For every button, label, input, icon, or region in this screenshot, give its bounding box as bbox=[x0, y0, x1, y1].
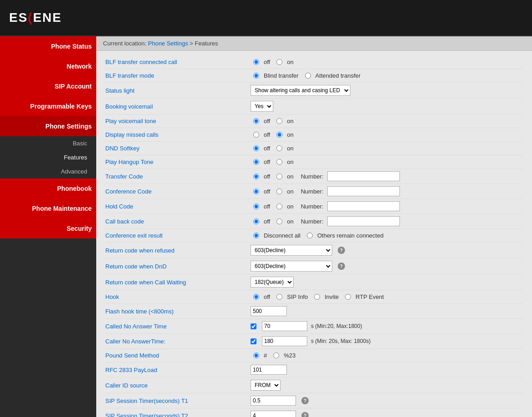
radio-blind-transfer[interactable] bbox=[253, 73, 259, 79]
controls-play-voicemail-tone: off on bbox=[251, 118, 294, 124]
radio-hold-off[interactable] bbox=[253, 204, 259, 209]
radio-conference-on[interactable] bbox=[276, 189, 282, 194]
controls-return-dnd: 603(Decline) ? bbox=[251, 261, 345, 272]
sidebar-item-sip-account[interactable]: SIP Account bbox=[0, 76, 96, 96]
radio-pound-hash[interactable] bbox=[253, 352, 259, 358]
radio-missed-on[interactable] bbox=[276, 132, 282, 138]
sidebar-item-phone-status[interactable]: Phone Status bbox=[0, 36, 96, 56]
controls-hook: off SIP Info Invite RTP Event bbox=[251, 293, 384, 300]
label-sip-t2: SIP Session Timer(seconds) T2 bbox=[105, 412, 251, 417]
help-sip-t2[interactable]: ? bbox=[301, 412, 309, 417]
sidebar-item-phone-maintenance[interactable]: Phone Maintenance bbox=[0, 199, 96, 218]
radio-pound-percent23[interactable] bbox=[273, 352, 279, 358]
controls-blf-transfer-connected: off on bbox=[251, 59, 294, 65]
breadcrumb-link-phone-settings[interactable]: Phone Settings bbox=[148, 40, 188, 47]
radio-hook-sipinfo[interactable] bbox=[276, 294, 282, 300]
controls-booking-voicemail: Yes bbox=[251, 101, 273, 112]
select-return-dnd[interactable]: 603(Decline) bbox=[251, 261, 332, 272]
controls-hold-code: off on Number: bbox=[251, 201, 400, 211]
breadcrumb: Current location: Phone Settings > Featu… bbox=[96, 36, 532, 51]
checkbox-called-no-answer[interactable] bbox=[251, 323, 256, 329]
sidebar-item-programmable-keys[interactable]: Programmable Keys bbox=[0, 96, 96, 116]
label-play-voicemail-tone: Play voicemail tone bbox=[105, 118, 251, 124]
form-area: BLF transfer connected call off on BLF t… bbox=[96, 51, 532, 417]
input-conference-code-number[interactable] bbox=[327, 186, 400, 196]
radio-dnd-off[interactable] bbox=[253, 145, 259, 151]
input-hold-code-number[interactable] bbox=[327, 201, 400, 211]
select-status-light[interactable]: Show altering calls and casing LED bbox=[251, 85, 350, 96]
radio-blf-connected-off[interactable] bbox=[253, 59, 259, 65]
help-return-refused[interactable]: ? bbox=[338, 247, 345, 254]
radio-voicemail-on[interactable] bbox=[276, 118, 282, 124]
radio-transfer-off[interactable] bbox=[253, 174, 259, 179]
controls-status-light: Show altering calls and casing LED bbox=[251, 85, 350, 96]
radio-label-attended: Attended transfer bbox=[315, 72, 361, 79]
radio-others-remain[interactable] bbox=[307, 233, 313, 238]
header: ES(ENE bbox=[0, 0, 532, 36]
radio-attended-transfer[interactable] bbox=[305, 73, 311, 79]
sidebar-item-advanced[interactable]: Advanced bbox=[0, 164, 96, 179]
content-area: Current location: Phone Settings > Featu… bbox=[96, 36, 532, 417]
radio-hook-off[interactable] bbox=[253, 294, 259, 300]
label-rfc2833: RFC 2833 PayLoad bbox=[105, 367, 251, 373]
sidebar-item-security[interactable]: Security bbox=[0, 218, 96, 238]
checkbox-caller-no-answer[interactable] bbox=[251, 338, 256, 344]
input-sip-t1[interactable] bbox=[251, 396, 296, 406]
sidebar-item-phone-settings[interactable]: Phone Settings bbox=[0, 116, 96, 136]
input-rfc2833[interactable] bbox=[251, 365, 287, 375]
label-dnd-softkey: DND Softkey bbox=[105, 145, 251, 152]
radio-blf-connected-on[interactable] bbox=[276, 59, 282, 65]
radio-callback-on[interactable] bbox=[276, 218, 282, 224]
radio-voicemail-off[interactable] bbox=[253, 118, 259, 124]
sidebar-item-basic[interactable]: Basic bbox=[0, 136, 96, 150]
radio-label-on1: on bbox=[287, 59, 293, 65]
radio-disconnect-all[interactable] bbox=[253, 233, 259, 238]
row-blf-transfer-mode: BLF transfer mode Blind transfer Attende… bbox=[105, 69, 523, 83]
select-return-call-waiting[interactable]: 182(Queue) bbox=[251, 277, 294, 288]
row-hold-code: Hold Code off on Number: bbox=[105, 199, 523, 214]
sidebar-item-phonebook[interactable]: Phonebook bbox=[0, 179, 96, 199]
radio-callback-off[interactable] bbox=[253, 218, 259, 224]
label-return-dnd: Return code when DnD bbox=[105, 263, 251, 270]
sidebar-item-network[interactable]: Network bbox=[0, 56, 96, 76]
label-call-back-code: Call back code bbox=[105, 218, 251, 225]
label-pound-send: Pound Send Method bbox=[105, 352, 251, 359]
radio-transfer-on[interactable] bbox=[276, 174, 282, 179]
help-sip-t1[interactable]: ? bbox=[301, 397, 309, 404]
label-caller-id-source: Caller ID source bbox=[105, 382, 251, 389]
radio-hook-invite[interactable] bbox=[314, 294, 320, 300]
row-play-voicemail-tone: Play voicemail tone off on bbox=[105, 114, 523, 128]
row-play-hangup-tone: Play Hangup Tone off on bbox=[105, 155, 523, 169]
controls-pound-send: # %23 bbox=[251, 352, 296, 359]
row-display-missed-calls: Display missed calls off on bbox=[105, 128, 523, 142]
radio-hangup-off[interactable] bbox=[253, 159, 259, 165]
sidebar-item-features[interactable]: Features bbox=[0, 150, 96, 164]
label-blf-transfer-mode: BLF transfer mode bbox=[105, 72, 251, 79]
radio-label-blind: Blind transfer bbox=[264, 72, 299, 79]
label-hook: Hook bbox=[105, 293, 251, 300]
input-flash-hook-time[interactable] bbox=[251, 306, 287, 316]
radio-dnd-on[interactable] bbox=[276, 145, 282, 151]
label-return-refused: Return code when refused bbox=[105, 247, 251, 254]
input-transfer-code-number[interactable] bbox=[327, 171, 400, 181]
help-return-dnd[interactable]: ? bbox=[338, 263, 345, 270]
select-booking-voicemail[interactable]: Yes bbox=[251, 101, 273, 112]
input-sip-t2[interactable] bbox=[251, 411, 296, 417]
row-status-light: Status light Show altering calls and cas… bbox=[105, 83, 523, 99]
radio-hold-on[interactable] bbox=[276, 204, 282, 209]
radio-missed-off[interactable] bbox=[253, 132, 259, 138]
row-dnd-softkey: DND Softkey off on bbox=[105, 142, 523, 155]
input-caller-no-answer[interactable] bbox=[262, 336, 307, 346]
row-flash-hook-time: Flash hook time (<800ms) bbox=[105, 304, 523, 319]
input-callback-code-number[interactable] bbox=[327, 216, 400, 226]
select-caller-id-source[interactable]: FROM bbox=[251, 380, 281, 391]
label-transfer-code: Transfer Code bbox=[105, 173, 251, 180]
controls-dnd-softkey: off on bbox=[251, 145, 294, 152]
radio-hook-rtpevent[interactable] bbox=[345, 294, 351, 300]
select-return-refused[interactable]: 603(Decline) bbox=[251, 245, 332, 256]
row-sip-t1: SIP Session Timer(seconds) T1 ? bbox=[105, 393, 523, 408]
row-transfer-code: Transfer Code off on Number: bbox=[105, 169, 523, 184]
input-called-no-answer[interactable] bbox=[262, 321, 307, 331]
radio-conference-off[interactable] bbox=[253, 189, 259, 194]
radio-hangup-on[interactable] bbox=[276, 159, 282, 165]
